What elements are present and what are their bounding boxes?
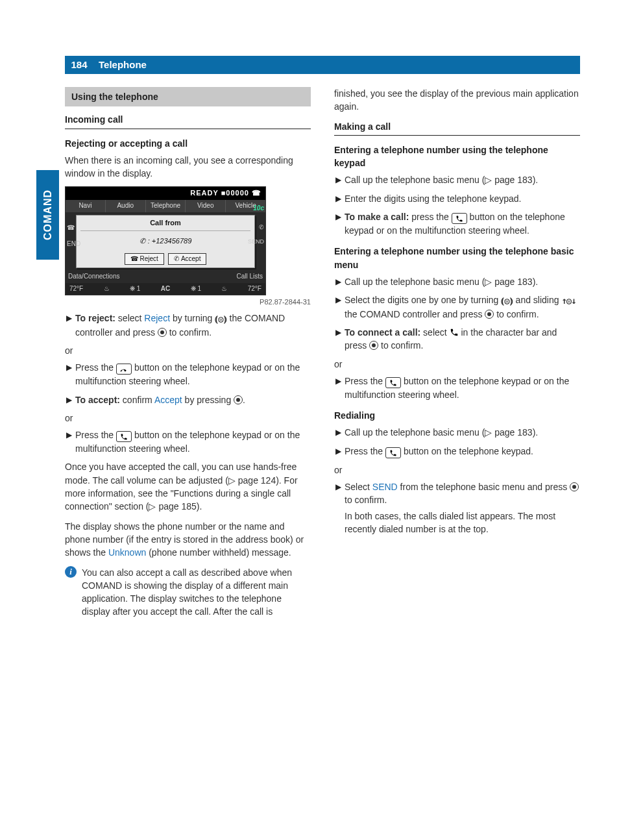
phone-icon: ✆ [140,236,145,247]
comand-screenshot: READY ■00000 ☎ Navi Audio Telephone Vide… [65,186,266,295]
hangup-icon: ☎ [67,223,80,233]
shot-left-icons: ☎ END [67,223,80,249]
t: Press the [75,362,116,373]
page-number: 184 [65,58,93,72]
t: the COMAND controller and press [345,309,485,319]
shot-tab-audio: Audio [106,200,146,212]
t: Select the digits one by one by turning [345,295,501,305]
heading-redialing: Redialing [334,409,580,422]
or-separator: or [65,344,311,357]
t: (phone number withheld) message. [146,547,291,558]
step-b2: ▶ Select the digits one by one by turnin… [334,293,580,321]
press-controller-icon [570,482,579,491]
shot-dialog: Call from ✆ : +123456789 ☎Reject ✆Accept [76,215,255,268]
continuation-paragraph: finished, you see the display of the pre… [334,87,580,114]
ui-send-word: SEND [372,482,398,492]
step-accept-press: ▶ Press the button on the telephone keyp… [65,428,311,455]
fan-left: ❋ 1 [130,284,140,294]
step-marker-icon: ▶ [335,426,345,439]
pickup-icon: ✆ [174,254,179,264]
step-marker-icon: ▶ [335,192,345,205]
pickup-button-icon [385,447,401,458]
side-tab-label: COMAND [42,190,53,240]
turn-controller-icon: ⦅◎⦆ [215,312,226,325]
t: to confirm. [345,495,387,505]
t: by turning [170,313,215,323]
side-tab: COMAND [36,170,59,260]
lower-right-label: Call Lists [236,272,263,282]
t: select [420,327,449,338]
page-header: 184 Telephone [65,56,580,74]
ac-label: AC [161,284,170,294]
step-label: To make a call: [345,212,409,222]
or-separator: or [334,358,580,371]
step-reject-press: ▶ Press the button on the telephone keyp… [65,361,311,388]
shot-tab-telephone: Telephone [146,200,186,212]
t: Call up the telephone basic menu (▷ page… [345,275,580,288]
t: by pressing [182,395,234,405]
press-controller-icon [234,395,243,404]
left-column: Using the telephone Incoming call Reject… [65,87,311,619]
t: . [243,395,245,405]
t: Select [345,482,372,492]
temp-left: 72°F [69,284,83,294]
step-b3: ▶ To connect a call: select in the chara… [334,326,580,352]
step-marker-icon: ▶ [66,361,75,388]
section-bar: Using the telephone [65,87,311,106]
ui-unknown-word: Unknown [108,547,146,558]
reject-label: Reject [140,254,158,264]
step-accept-confirm: ▶ To accept: confirm Accept by pressing … [65,393,311,406]
shot-lower-bar: Data/Connections Call Lists [66,271,265,283]
t: Press the [75,430,116,440]
step-b1: ▶ Call up the telephone basic menu (▷ pa… [334,275,580,288]
press-controller-icon [485,310,494,319]
t: button on the telephone keypad. [401,446,533,456]
seat-icon: ♨ [104,284,110,294]
t: confirm [120,395,154,405]
dialog-number-text: : +123456789 [148,236,192,247]
step-reject-select: ▶ To reject: select Reject by turning ⦅◎… [65,312,311,339]
shot-accept-button: ✆Accept [168,253,207,266]
end-label: END [67,240,80,249]
t: Call up the telephone basic menu (▷ page… [345,173,580,186]
t: Enter the digits using the telephone key… [345,192,580,205]
incoming-call-figure: READY ■00000 ☎ Navi Audio Telephone Vide… [65,186,311,308]
t: select [115,313,144,323]
step-marker-icon: ▶ [335,293,345,321]
heading-incoming-call: Incoming call [65,113,311,129]
t: press the [409,212,451,222]
send-label: SEND [248,238,264,246]
t: to confirm. [378,340,423,351]
slide-controller-icon: ↑◎↓ [561,294,576,307]
step-marker-icon: ▶ [335,275,345,288]
info-note: i You can also accept a call as describe… [65,566,311,619]
temp-right: 72°F [248,284,261,294]
turn-controller-icon: ⦅◎⦆ [501,294,513,307]
t: from the telephone basic menu and press [398,482,570,492]
info-icon: i [65,566,77,578]
step-a1: ▶ Call up the telephone basic menu (▷ pa… [334,173,580,186]
step-marker-icon: ▶ [66,428,75,455]
lower-left-label: Data/Connections [68,272,120,282]
t: Press the [345,376,385,386]
info-text: You can also accept a call as described … [82,566,311,619]
page-title: Telephone [93,58,147,72]
shot-status-bar: READY ■00000 ☎ [66,187,265,200]
step-marker-icon: ▶ [335,173,345,186]
step-c3: ▶ Select SEND from the telephone basic m… [334,480,580,536]
step-marker-icon: ▶ [335,326,345,352]
step-c1: ▶ Call up the telephone basic menu (▷ pa… [334,426,580,439]
heading-enter-keypad: Entering a telephone number using the te… [334,143,580,170]
accept-label: Accept [181,254,201,264]
step-a2: ▶ Enter the digits using the telephone k… [334,192,580,205]
shot-dialog-title: Call from [80,218,250,231]
shot-tabs: Navi Audio Telephone Video Vehicle [66,200,265,212]
t: and sliding [513,295,562,305]
or-separator: or [334,463,580,476]
shot-right-icons: ✆ SEND [248,223,264,245]
seat-icon: ♨ [221,284,227,294]
heading-reject-accept: Rejecting or accepting a call [65,137,311,150]
step-label: To reject: [75,313,115,323]
shot-tab-navi: Navi [66,200,106,212]
paragraph-handsfree: Once you have accepted the call, you can… [65,460,311,513]
